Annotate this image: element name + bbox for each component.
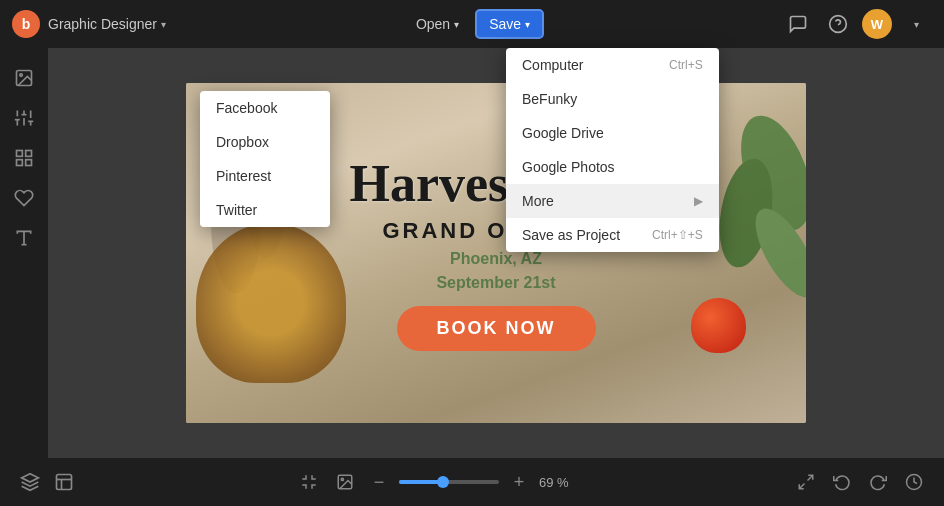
submenu-item-dropbox[interactable]: Dropbox (200, 125, 330, 159)
sidebar-item-grid[interactable] (6, 140, 42, 176)
svg-marker-24 (22, 474, 39, 482)
save-button[interactable]: Save ▾ (475, 9, 544, 39)
user-avatar[interactable]: W (862, 9, 892, 39)
canvas-cta: BOOK NOW (397, 306, 596, 351)
zoom-percent: 69 % (539, 475, 575, 490)
svg-point-29 (341, 478, 343, 480)
header-right: W ▾ (782, 8, 932, 40)
submenu-item-pinterest[interactable]: Pinterest (200, 159, 330, 193)
menu-item-more[interactable]: More ▶ (506, 184, 719, 218)
layers-button[interactable] (16, 468, 44, 496)
svg-rect-16 (26, 160, 32, 166)
crop-button[interactable] (295, 468, 323, 496)
submenu-item-facebook[interactable]: Facebook (200, 91, 330, 125)
image-button[interactable] (331, 468, 359, 496)
header-center: Open ▾ Save ▾ (166, 9, 782, 39)
bottom-right (792, 468, 928, 496)
sidebar (0, 48, 48, 458)
bottom-bar: − + 69 % (0, 458, 944, 506)
canvas-location2: September 21st (436, 274, 555, 292)
menu-item-befunky[interactable]: BeFunky (506, 82, 719, 116)
zoom-out-button[interactable]: − (367, 470, 391, 494)
menu-item-save-project[interactable]: Save as Project Ctrl+⇧+S (506, 218, 719, 252)
header-left: b Graphic Designer ▾ (12, 10, 166, 38)
save-dropdown: Computer Ctrl+S BeFunky Google Drive Goo… (506, 48, 719, 252)
bottom-center: − + 69 % (86, 468, 784, 496)
sidebar-item-text[interactable] (6, 220, 42, 256)
app-name[interactable]: Graphic Designer ▾ (48, 16, 166, 32)
zoom-in-button[interactable]: + (507, 470, 531, 494)
resize-button[interactable] (792, 468, 820, 496)
history-button[interactable] (900, 468, 928, 496)
sidebar-item-adjust[interactable] (6, 100, 42, 136)
svg-line-31 (799, 484, 804, 489)
zoom-control: − + 69 % (367, 470, 575, 494)
sidebar-item-favorites[interactable] (6, 180, 42, 216)
comment-button[interactable] (782, 8, 814, 40)
svg-rect-14 (26, 151, 32, 157)
logo[interactable]: b (12, 10, 40, 38)
redo-button[interactable] (864, 468, 892, 496)
help-button[interactable] (822, 8, 854, 40)
open-button[interactable]: Open ▾ (404, 10, 471, 38)
zoom-slider[interactable] (399, 480, 499, 484)
bottom-left (16, 468, 78, 496)
submenu-item-twitter[interactable]: Twitter (200, 193, 330, 227)
svg-rect-15 (17, 160, 23, 166)
menu-item-google-photos[interactable]: Google Photos (506, 150, 719, 184)
avatar-chevron-button[interactable]: ▾ (900, 8, 932, 40)
svg-point-3 (20, 74, 22, 77)
layout-button[interactable] (50, 468, 78, 496)
canvas-area: Harvest Cafe GRAND OPENING Phoenix, AZ S… (48, 48, 944, 458)
svg-rect-13 (17, 151, 23, 157)
zoom-fill (399, 480, 439, 484)
undo-button[interactable] (828, 468, 856, 496)
canvas-location1: Phoenix, AZ (450, 250, 542, 268)
app-title: Graphic Designer (48, 16, 157, 32)
svg-rect-25 (57, 475, 72, 490)
menu-item-computer[interactable]: Computer Ctrl+S (506, 48, 719, 82)
header: b Graphic Designer ▾ Open ▾ Save ▾ W ▾ (0, 0, 944, 48)
svg-line-30 (808, 475, 813, 480)
zoom-thumb (437, 476, 449, 488)
menu-item-google-drive[interactable]: Google Drive (506, 116, 719, 150)
sidebar-item-photo[interactable] (6, 60, 42, 96)
more-submenu: Facebook Dropbox Pinterest Twitter (200, 91, 330, 227)
